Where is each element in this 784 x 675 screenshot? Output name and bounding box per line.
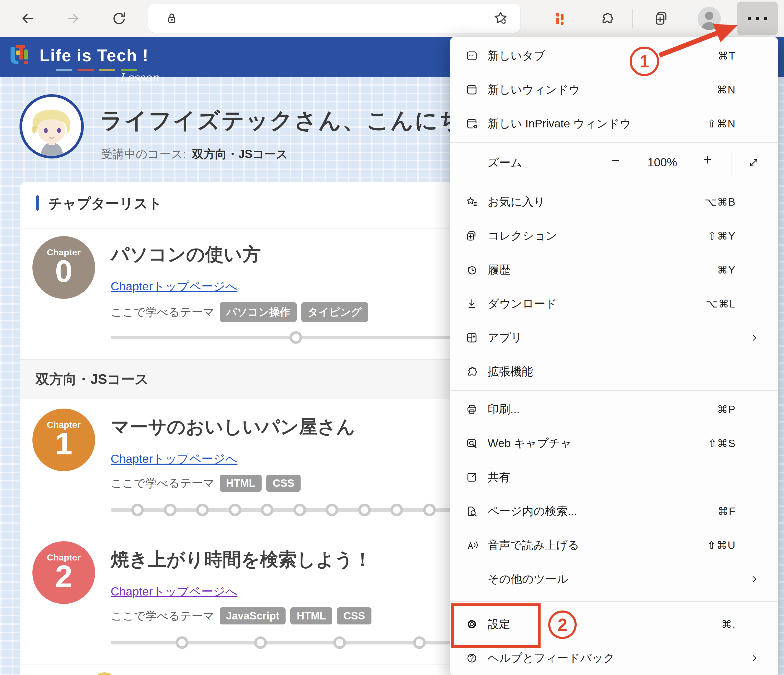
print-icon [465, 403, 478, 416]
forward-arrow-icon [65, 11, 81, 26]
menu-item-apps[interactable]: アプリ [450, 321, 778, 355]
menu-label: ヘルプとフィードバック [488, 650, 615, 666]
themes-label: ここで学べるテーマ [110, 608, 215, 624]
progress-node[interactable] [333, 636, 346, 649]
section-accent-bar [36, 196, 39, 211]
menu-shortcut: ⌘T [718, 50, 736, 62]
address-bar[interactable] [148, 4, 520, 33]
refresh-button[interactable] [106, 5, 132, 32]
menu-label: 音声で読み上げる [488, 538, 579, 553]
progress-node[interactable] [390, 504, 403, 516]
menu-label: コレクション [488, 228, 557, 244]
menu-item-downloads[interactable]: ダウンロード ⌥⌘L [450, 287, 778, 321]
greeting-title: ライフイズテックさん、こんにち [100, 105, 463, 136]
menu-item-web-capture[interactable]: Web キャプチャ ⇧⌘S [450, 426, 778, 460]
menu-shortcut: ⌘F [718, 505, 736, 517]
toolbar-divider [632, 9, 633, 28]
progress-node[interactable] [358, 504, 371, 516]
chapter-0-badge: Chapter 0 [33, 236, 95, 299]
chapter-1-themes: ここで学べるテーマ HTMLCSS [110, 475, 305, 492]
download-icon [465, 298, 478, 310]
menu-item-new-window[interactable]: 新しいウィンドウ ⌘N [450, 73, 778, 107]
brand-dashes [56, 69, 137, 71]
inprivate-icon [465, 117, 478, 130]
menu-label: 新しいタブ [488, 48, 545, 64]
themes-label: ここで学べるテーマ [110, 476, 215, 491]
menu-item-collections[interactable]: コレクション ⇧⌘Y [450, 219, 778, 253]
menu-item-extensions[interactable]: 拡張機能 [450, 355, 778, 389]
chapter-list-title: チャプターリスト [48, 194, 162, 213]
progress-node[interactable] [294, 504, 306, 516]
chapter-1-badge: Chapter 1 [33, 408, 95, 471]
extension-orange-logo-icon[interactable] [547, 5, 573, 32]
back-button[interactable] [14, 5, 41, 32]
menu-shortcut: ⇧⌘S [708, 437, 736, 449]
zoom-in-button[interactable]: + [703, 151, 712, 168]
chapter-2-themes: ここで学べるテーマ JavaScriptHTMLCSS [110, 607, 376, 624]
chapter-number: 2 [55, 563, 72, 590]
profile-avatar[interactable] [698, 7, 721, 30]
menu-separator [450, 142, 778, 143]
menu-label: Web キャプチャ [488, 436, 572, 451]
annotation-settings-highlight-box [451, 604, 541, 648]
person-icon [698, 7, 721, 30]
annotation-step-2: 2 [548, 610, 577, 639]
progress-node[interactable] [229, 504, 241, 516]
settings-and-more-button[interactable] [737, 2, 778, 35]
themes-label: ここで学べるテーマ [110, 304, 215, 320]
course-label: 受講中のコース: [101, 147, 186, 160]
progress-node[interactable] [196, 504, 208, 516]
zoom-label: ズーム [488, 155, 522, 170]
chevron-right-icon [751, 576, 758, 583]
progress-node[interactable] [261, 504, 274, 516]
history-icon [465, 264, 478, 276]
progress-node[interactable] [413, 636, 426, 649]
menu-label: 拡張機能 [488, 364, 533, 379]
chapter-1-top-page-link[interactable]: Chapterトップページへ [110, 451, 237, 467]
chevron-right-icon [751, 334, 758, 341]
chapter-0-top-page-link[interactable]: Chapterトップページへ [110, 279, 237, 294]
menu-label: 共有 [488, 470, 510, 485]
new-window-icon [465, 84, 478, 96]
menu-item-favorites[interactable]: お気に入り ⌥⌘B [450, 185, 778, 219]
theme-tag: JavaScript [220, 607, 286, 624]
menu-label: お気に入り [488, 194, 545, 209]
progress-node[interactable] [254, 636, 267, 649]
progress-node[interactable] [423, 504, 436, 516]
puzzle-icon [465, 365, 478, 378]
menu-item-new-tab[interactable]: 新しいタブ ⌘T [450, 39, 778, 73]
progress-node[interactable] [131, 504, 144, 516]
progress-node[interactable] [176, 636, 188, 649]
menu-item-find-on-page[interactable]: ページ内の検索... ⌘F [450, 494, 778, 528]
menu-label: 新しい InPrivate ウィンドウ [488, 116, 631, 131]
share-icon [465, 471, 478, 484]
menu-shortcut: ⌘, [721, 618, 736, 630]
theme-tags: JavaScriptHTMLCSS [220, 607, 376, 624]
collections-button[interactable] [647, 5, 674, 32]
chevron-right-icon [751, 655, 758, 661]
menu-label: ダウンロード [488, 296, 557, 312]
course-name: 双方向・JSコース [192, 147, 288, 160]
zoom-out-button[interactable]: − [611, 152, 620, 169]
user-avatar [20, 94, 84, 158]
menu-item-new-inprivate-window[interactable]: 新しい InPrivate ウィンドウ ⇧⌘N [450, 107, 778, 141]
menu-item-history[interactable]: 履歴 ⌘Y [450, 253, 778, 287]
menu-item-read-aloud[interactable]: 音声で読み上げる ⇧⌘U [450, 528, 778, 562]
progress-node[interactable] [326, 504, 338, 516]
menu-item-print[interactable]: 印刷... ⌘P [450, 392, 778, 426]
progress-node[interactable] [164, 504, 176, 516]
progress-node[interactable] [289, 331, 302, 344]
forward-button[interactable] [60, 5, 86, 32]
menu-item-share[interactable]: 共有 [450, 460, 778, 494]
browser-toolbar [0, 0, 784, 37]
course-section-title: 双方向・JSコース [36, 370, 149, 389]
read-aloud-icon [465, 539, 478, 551]
theme-tag: パソコン操作 [220, 302, 297, 322]
fullscreen-icon[interactable] [747, 157, 760, 169]
menu-item-more-tools[interactable]: その他のツール [450, 562, 778, 596]
chapter-1-title: マーサのおいしいパン屋さん [110, 414, 355, 439]
site-logo[interactable]: Life is Tech ! Lesson [9, 44, 220, 73]
theme-tags: パソコン操作タイピング [220, 302, 372, 322]
chapter-2-top-page-link[interactable]: Chapterトップページへ [110, 583, 237, 599]
extensions-button[interactable] [594, 5, 620, 32]
